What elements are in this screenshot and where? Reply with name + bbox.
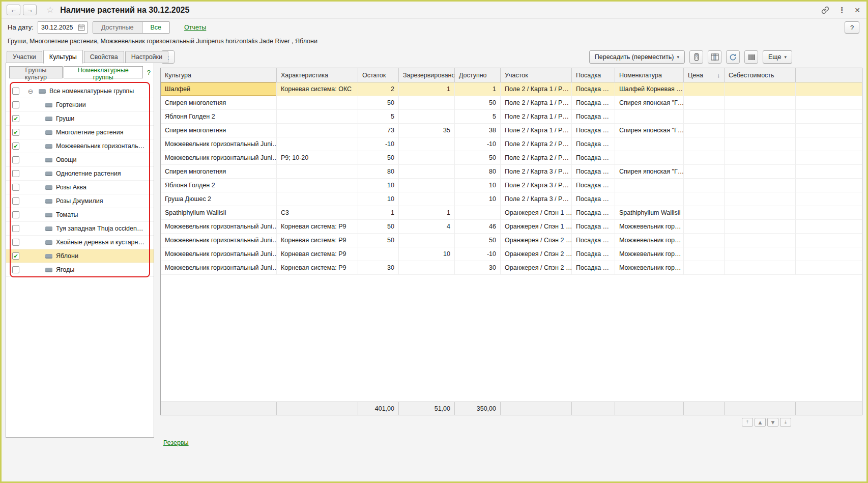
group-toggle-row: Группы культурНоменклатурные группы ? [6,63,154,78]
column-header-3[interactable]: Зарезервировано [399,68,455,82]
collapse-icon[interactable]: ⊖ [26,88,35,95]
checkbox[interactable] [12,156,19,163]
close-icon[interactable]: ✕ [854,6,860,14]
scroll-bottom-button[interactable]: ⤓ [780,418,791,427]
date-input[interactable] [38,24,76,31]
sidebar-tab-0[interactable]: Участки [7,51,42,63]
checkbox[interactable] [12,101,19,108]
table-cell [796,247,862,261]
checkbox[interactable]: ✔ [12,252,19,260]
availability-option-1[interactable]: Все [142,22,170,33]
get-link-icon[interactable] [821,6,829,14]
group-toggle-option-1[interactable]: Номенклатурные группы [64,66,143,78]
tree-item[interactable]: Розы Аква [6,181,154,194]
column-header-8[interactable]: Цена↓ [684,68,725,82]
table-row[interactable]: Можжевельник горизонтальный Juni…P9; 10-… [161,151,862,165]
sidebar-tab-2[interactable]: Свойства [84,51,124,63]
table-row[interactable]: Груша Дюшес 21010Поле 2 / Карта 3 / Р…По… [161,192,862,206]
table-row[interactable]: Spathiphyllum WallisiiC311Оранжерея / Сп… [161,206,862,220]
table-cell [399,96,455,109]
tree-item[interactable]: Розы Джумилия [6,194,154,208]
column-header-9[interactable]: Себестоимость [725,68,796,82]
table-row[interactable]: Можжевельник горизонтальный Juni…Корнева… [161,234,862,247]
table-cell [684,96,725,109]
column-header-2[interactable]: Остаток [358,68,399,82]
checkbox[interactable] [12,170,19,177]
table-row[interactable]: Можжевельник горизонтальный Juni…Корнева… [161,247,862,261]
refresh-icon-button[interactable] [726,50,740,64]
tree-item-label: Яблони [56,252,81,260]
tree-item[interactable]: ✔Многолетние растения [6,126,154,139]
tree-item[interactable]: ⊖Все номенклатурные группы [6,84,154,98]
tree-item[interactable]: Туя западная Thuja occiden… [6,222,154,236]
calendar-icon[interactable] [76,22,87,33]
column-header-1[interactable]: Характеристика [277,68,358,82]
checkbox[interactable] [12,266,19,273]
table-row[interactable]: Спирея многолетняя733538Поле 2 / Карта 1… [161,124,862,137]
table-row[interactable]: ШалфейКорневая система: ОКС211Поле 2 / К… [161,82,862,96]
availability-option-0[interactable]: Доступные [93,22,142,33]
column-header-4[interactable]: Доступно [455,68,501,82]
plants-table: КультураХарактеристикаОстатокЗарезервиро… [160,68,862,415]
table-cell: Посадка … [572,96,615,109]
scroll-up-button[interactable]: ▲ [755,418,766,427]
column-header-7[interactable]: Номенклатура [615,68,684,82]
back-button[interactable]: ← [7,5,20,15]
column-header-5[interactable]: Участок [501,68,572,82]
tree-item[interactable]: Ягоды [6,263,154,277]
tree-item[interactable]: ✔Яблони [6,249,154,263]
barcode-icon-button[interactable] [744,50,758,64]
checkbox[interactable]: ✔ [12,143,19,150]
tree-item[interactable]: Гортензии [6,98,154,112]
table-body: ШалфейКорневая система: ОКС211Поле 2 / К… [161,82,862,275]
favorite-star-icon[interactable]: ☆ [46,5,54,15]
column-settings-icon-button[interactable] [708,50,721,64]
table-row[interactable]: Яблоня Голден 21010Поле 2 / Карта 3 / Р…… [161,179,862,192]
kebab-menu-icon[interactable]: ⋮ [838,6,846,15]
table-row[interactable]: Можжевельник горизонтальный Juni…Корнева… [161,261,862,275]
checkbox[interactable] [12,225,19,232]
sidebar-help-link[interactable]: ? [147,69,151,76]
table-cell [399,151,455,164]
data-terminal-icon-button[interactable] [689,50,703,64]
forward-button[interactable]: → [23,5,37,15]
table-row[interactable]: Спирея многолетняя8080Поле 2 / Карта 3 /… [161,165,862,179]
footer-total-cell [725,402,796,415]
tree-item[interactable]: Хвойные деревья и кустарн… [6,236,154,249]
table-cell [684,179,725,192]
table-cell: Поле 2 / Карта 3 / Р… [501,192,572,206]
tree-item[interactable]: Томаты [6,208,154,222]
table-row[interactable]: Яблоня Голден 255Поле 2 / Карта 1 / Р…По… [161,110,862,124]
checkbox[interactable]: ✔ [12,115,19,122]
tree-item-label: Томаты [56,211,81,218]
table-row[interactable]: Спирея многолетняя5050Поле 2 / Карта 1 /… [161,96,862,110]
reserves-link[interactable]: Резервы [163,439,189,446]
help-button[interactable]: ? [845,21,859,34]
table-cell [399,261,455,274]
table-cell: Spathiphyllum Wallisii [161,206,277,219]
checkbox[interactable] [12,197,19,205]
sidebar-tab-3[interactable]: Настройки [125,51,168,63]
table-cell [684,165,725,178]
column-header-0[interactable]: Культура [161,68,277,82]
tree-item[interactable]: ✔Можжевельник горизонталь… [6,139,154,153]
checkbox[interactable] [12,239,19,246]
more-button[interactable]: Еще ▾ [763,50,792,64]
reports-link[interactable]: Отчеты [184,24,206,31]
column-header-6[interactable]: Посадка [572,68,615,82]
group-toggle-option-0[interactable]: Группы культур [9,66,63,78]
checkbox[interactable]: ✔ [12,129,19,136]
sidebar-tab-1[interactable]: Культуры [43,50,83,64]
scroll-top-button[interactable]: ⤒ [742,418,753,427]
table-row[interactable]: Можжевельник горизонтальный Juni…-10-10П… [161,137,862,151]
scroll-down-button[interactable]: ▼ [767,418,778,427]
checkbox[interactable] [12,184,19,191]
checkbox[interactable] [12,211,19,218]
table-row[interactable]: Можжевельник горизонтальный Juni…Корнева… [161,220,862,234]
tree-item[interactable]: ✔Груши [6,112,154,126]
table-cell [684,206,725,219]
transplant-button[interactable]: Пересадить (переместить) ▾ [589,50,685,64]
tree-item[interactable]: Овощи [6,153,154,167]
tree-item[interactable]: Однолетние растения [6,167,154,181]
checkbox[interactable] [12,88,19,95]
